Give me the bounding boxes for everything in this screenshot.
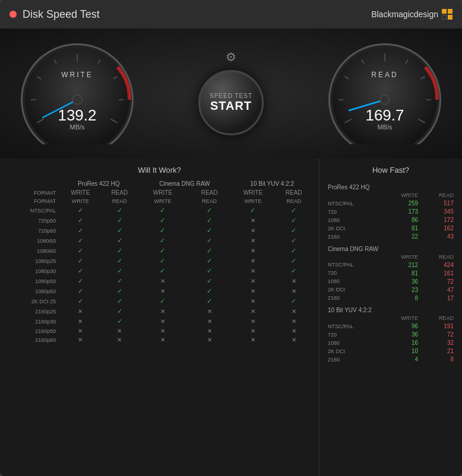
check-cell: WRITE — [138, 197, 187, 205]
check-icon: ✓ — [160, 217, 165, 224]
read-value: 32 — [420, 339, 456, 347]
format-cell: 1080p50 — [6, 276, 59, 286]
check-cell: WRITE — [231, 197, 274, 205]
check-icon: ✓ — [117, 267, 122, 274]
check-icon: ✓ — [207, 227, 212, 234]
yuv-header: 10 Bit YUV 4:2:2 — [231, 179, 313, 188]
gear-icon[interactable]: ⚙ — [226, 50, 236, 64]
cross-icon: ✕ — [207, 308, 212, 315]
table-row: 2160p30✕✓✕✕✕✕ — [6, 316, 313, 326]
check-cell: ✓ — [101, 236, 138, 246]
cross-icon: ✕ — [251, 227, 255, 234]
write-col-label: WRITE — [381, 315, 420, 322]
row-label: 2160 — [325, 233, 381, 241]
start-button[interactable]: SPEED TEST START — [198, 70, 264, 135]
cross-icon: ✕ — [117, 337, 122, 343]
format-cell: 2K DCI 25 — [6, 296, 59, 306]
check-cell: ✕ — [274, 335, 313, 344]
close-button[interactable] — [10, 11, 17, 18]
check-cell: ✕ — [231, 215, 274, 226]
check-cell: ✕ — [59, 326, 101, 335]
row-label: 1080 — [325, 339, 381, 347]
write-header-2: WRITE — [138, 188, 187, 197]
check-cell: ✕ — [274, 306, 313, 316]
check-cell: ✓ — [231, 205, 274, 215]
check-cell: ✕ — [274, 316, 313, 326]
check-cell: ✓ — [188, 276, 232, 286]
cross-icon: ✕ — [292, 278, 296, 284]
column-group-row: ProRes 422 HQ Cinema DNG RAW 10 Bit YUV … — [6, 179, 313, 188]
check-cell: ✓ — [274, 266, 313, 276]
write-value: 16 — [381, 339, 420, 347]
will-it-work-panel: Will It Work? ProRes 422 HQ Cinema DNG R… — [0, 158, 319, 476]
check-icon: ✓ — [207, 297, 212, 304]
check-cell: ✕ — [231, 276, 274, 286]
format-cell: NTSC/PAL — [6, 205, 59, 215]
format-label: FORMAT — [6, 188, 59, 197]
check-icon: ✓ — [117, 207, 122, 214]
check-cell: ✕ — [188, 306, 232, 316]
row-label: 2160 — [325, 356, 381, 364]
row-label: 2K DCI — [325, 285, 381, 294]
check-cell: ✓ — [138, 256, 187, 266]
cross-icon: ✕ — [207, 337, 212, 343]
check-cell: ✓ — [188, 226, 232, 236]
row-label: 720 — [325, 208, 381, 216]
read-value: 161 — [420, 269, 456, 277]
cross-icon: ✕ — [251, 298, 255, 304]
will-it-work-table: ProRes 422 HQ Cinema DNG RAW 10 Bit YUV … — [6, 179, 313, 344]
will-it-work-title: Will It Work? — [6, 166, 313, 174]
brand-sq-4 — [448, 15, 452, 20]
check-icon: ✓ — [117, 318, 122, 325]
read-value: 8 — [420, 356, 456, 364]
check-cell: ✓ — [188, 256, 232, 266]
check-cell: ✕ — [101, 326, 138, 335]
check-icon: ✓ — [250, 207, 255, 214]
group-header-row: ProRes 422 HQ — [325, 179, 456, 192]
gauges-section: WRITE 139.2 MB/s ⚙ SPEED TEST START — [0, 28, 462, 158]
read-value: 17 — [420, 294, 456, 302]
cross-icon: ✕ — [160, 337, 165, 343]
check-cell: ✓ — [101, 266, 138, 276]
cross-icon: ✕ — [292, 288, 296, 294]
write-value: 22 — [381, 233, 420, 241]
check-cell: ✓ — [188, 286, 232, 296]
col-label-row: WRITEREAD — [325, 253, 456, 261]
check-cell: ✓ — [274, 226, 313, 236]
app-window: Disk Speed Test Blackmagicdesign — [0, 0, 462, 476]
table-row: NTSC/PAL✓✓✓✓✓✓ — [6, 205, 313, 215]
cross-icon: ✕ — [160, 278, 165, 284]
cross-icon: ✕ — [292, 337, 296, 343]
row-label: 2K DCI — [325, 224, 381, 233]
check-icon: ✓ — [160, 247, 165, 254]
check-cell: ✕ — [274, 276, 313, 286]
data-row: 2160817 — [325, 294, 456, 302]
cross-icon: ✕ — [251, 278, 255, 284]
svg-point-14 — [72, 95, 82, 104]
check-cell: ✓ — [101, 286, 138, 296]
read-value: 72 — [420, 331, 456, 339]
tables-section: Will It Work? ProRes 422 HQ Cinema DNG R… — [0, 158, 462, 476]
write-value: 36 — [381, 331, 420, 339]
check-cell: ✕ — [274, 326, 313, 335]
group-name: ProRes 422 HQ — [325, 179, 456, 192]
read-header-1: READ — [101, 188, 138, 197]
format-cell: 2160p50 — [6, 326, 59, 335]
check-cell: ✓ — [274, 246, 313, 256]
row-label: 2K DCI — [325, 347, 381, 356]
check-icon: ✓ — [117, 307, 122, 315]
check-cell: ✕ — [188, 335, 232, 344]
check-cell: ✓ — [59, 296, 101, 306]
check-cell: ✕ — [138, 326, 187, 335]
check-icon: ✓ — [78, 227, 83, 234]
read-value: 191 — [420, 322, 456, 331]
check-cell: ✕ — [101, 335, 138, 344]
svg-text:WRITE: WRITE — [61, 71, 93, 79]
brand-sq-2 — [448, 9, 452, 14]
cross-icon: ✕ — [292, 328, 296, 334]
row-label: 1080 — [325, 277, 381, 285]
check-cell: ✓ — [59, 266, 101, 276]
cross-icon: ✕ — [160, 308, 165, 315]
data-row: NTSC/PAL212424 — [325, 261, 456, 269]
check-cell: READ — [101, 197, 138, 205]
